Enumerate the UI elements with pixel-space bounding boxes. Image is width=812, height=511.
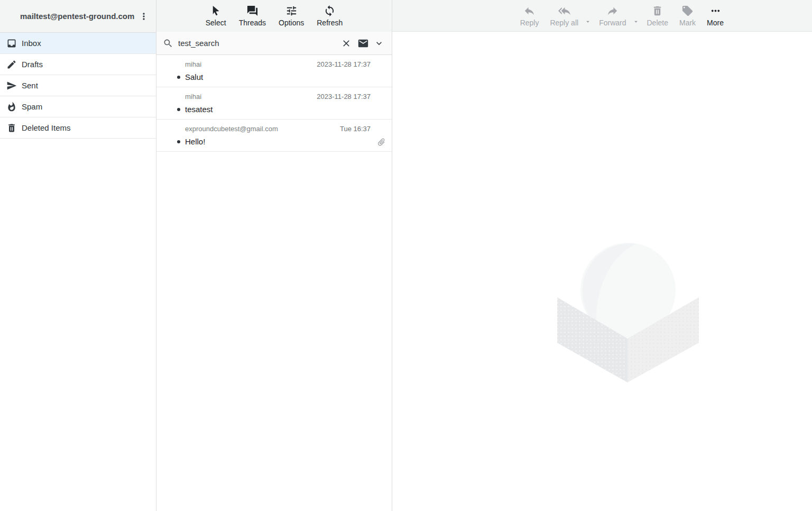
search-options-button[interactable] — [374, 38, 385, 49]
sidebar-item-drafts[interactable]: Drafts — [0, 54, 156, 75]
trash-icon — [651, 5, 663, 17]
account-email: mailtest@pentest-ground.com — [20, 12, 134, 21]
message-subject: Hello! — [185, 137, 205, 146]
message-sender: exproundcubetest@gmail.com — [185, 124, 278, 133]
roundcube-logo-watermark — [557, 243, 699, 384]
message-sender: mihai — [185, 60, 201, 69]
account-menu-button[interactable] — [136, 8, 152, 24]
message-row[interactable]: mihai 2023-11-28 17:37 Salut — [156, 55, 392, 87]
message-preview-area — [392, 32, 812, 511]
search-input[interactable] — [178, 39, 336, 48]
envelope-icon — [357, 38, 369, 49]
kebab-menu-icon — [139, 11, 149, 22]
folder-label: Deleted Items — [22, 123, 71, 132]
message-row[interactable]: exproundcubetest@gmail.com Tue 16:37 Hel… — [156, 120, 392, 152]
threads-button[interactable]: Threads — [235, 3, 270, 29]
folder-list: Inbox Drafts Sent Spam Deleted Items — [0, 33, 156, 139]
message-list: mihai 2023-11-28 17:37 Salut mihai 2023-… — [156, 55, 392, 511]
forward-button[interactable]: Forward — [595, 3, 630, 29]
chevron-down-icon — [374, 38, 385, 49]
sidebar-item-inbox[interactable]: Inbox — [0, 33, 156, 54]
trash-icon — [6, 123, 17, 133]
chat-bubbles-icon — [246, 5, 259, 17]
folder-label: Inbox — [22, 39, 41, 48]
unread-dot — [177, 108, 180, 111]
pencil-icon — [6, 59, 17, 70]
options-button[interactable]: Options — [275, 3, 308, 29]
unread-dot — [177, 140, 180, 143]
sidebar-item-deleted-items[interactable]: Deleted Items — [0, 117, 156, 139]
delete-button[interactable]: Delete — [643, 3, 672, 29]
message-date: 2023-11-28 17:37 — [317, 92, 371, 101]
pointer-icon — [210, 5, 222, 17]
refresh-button[interactable]: Refresh — [313, 3, 346, 29]
more-button[interactable]: More — [703, 3, 727, 29]
forward-icon — [606, 5, 619, 17]
message-subject: tesatest — [185, 105, 213, 114]
folder-sidebar: mailtest@pentest-ground.com Inbox Drafts… — [0, 0, 156, 511]
folder-label: Drafts — [22, 60, 43, 69]
inbox-icon — [6, 38, 17, 49]
close-icon — [341, 38, 353, 49]
forward-dropdown-caret-icon[interactable] — [632, 18, 640, 25]
clear-search-button[interactable] — [341, 38, 353, 49]
reply-icon — [523, 5, 536, 17]
mark-button[interactable]: Mark — [676, 3, 699, 29]
message-date: Tue 16:37 — [340, 124, 371, 133]
fire-icon — [6, 102, 17, 112]
message-subject: Salut — [185, 72, 203, 81]
tag-icon — [681, 5, 694, 17]
list-toolbar: Select Threads Options Refresh — [156, 0, 392, 32]
message-sender: mihai — [185, 92, 201, 101]
search-icon — [163, 38, 173, 49]
message-date: 2023-11-28 17:37 — [317, 60, 371, 69]
message-row[interactable]: mihai 2023-11-28 17:37 tesatest — [156, 87, 392, 120]
reply-all-dropdown-caret-icon[interactable] — [584, 18, 592, 25]
more-dots-icon — [709, 5, 722, 17]
webmail-app: mailtest@pentest-ground.com Inbox Drafts… — [0, 0, 812, 511]
account-header: mailtest@pentest-ground.com — [0, 0, 156, 33]
message-toolbar: Reply Reply all Forward Delete Mark — [392, 0, 812, 32]
sidebar-item-sent[interactable]: Sent — [0, 75, 156, 96]
sidebar-item-spam[interactable]: Spam — [0, 96, 156, 117]
paper-plane-icon — [6, 80, 17, 91]
refresh-icon — [324, 5, 336, 17]
reply-all-icon — [558, 5, 570, 17]
reply-all-button[interactable]: Reply all — [546, 3, 582, 29]
folder-label: Sent — [22, 81, 38, 90]
reply-button[interactable]: Reply — [516, 3, 543, 29]
search-bar — [156, 32, 392, 55]
sliders-icon — [285, 5, 298, 17]
folder-label: Spam — [22, 102, 42, 111]
select-button[interactable]: Select — [202, 3, 230, 29]
unread-dot — [177, 76, 180, 79]
search-scope-button[interactable] — [357, 38, 369, 49]
message-content-pane: Reply Reply all Forward Delete Mark — [392, 0, 812, 511]
message-list-pane: Select Threads Options Refresh — [156, 0, 392, 511]
